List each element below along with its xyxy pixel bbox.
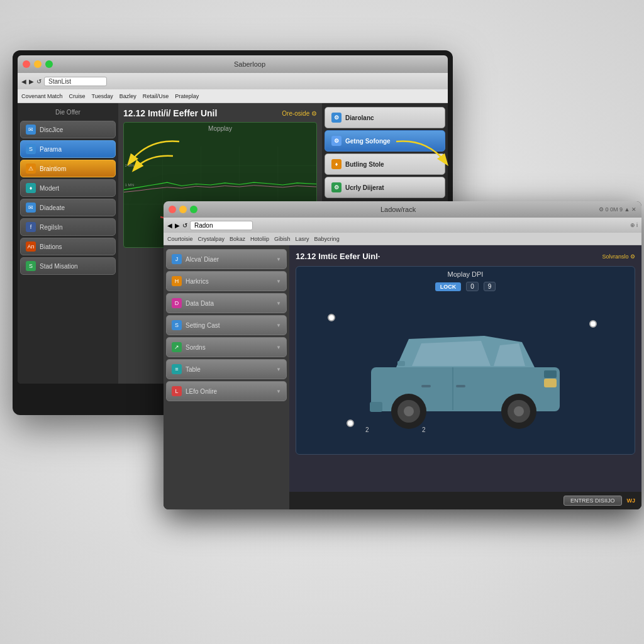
svg-rect-20 bbox=[421, 385, 431, 387]
lock-val2: 9 bbox=[484, 282, 496, 291]
display-title: Moplay DPI bbox=[296, 267, 635, 282]
back-menu-5[interactable]: Retail/Use bbox=[143, 93, 169, 99]
back-sidebar: Die Offer ✉ DiscJice S Parama ⚠ Braintio… bbox=[18, 103, 118, 384]
back-nav-fwd[interactable]: ▶ bbox=[29, 78, 34, 85]
diarolanc-label: Diarolanc bbox=[345, 114, 374, 121]
front-sidebar-table[interactable]: ≡ Table ▼ bbox=[166, 359, 287, 379]
sidebar-item-regiislln[interactable]: f RegiIsIn bbox=[20, 218, 116, 236]
svg-rect-17 bbox=[544, 379, 557, 387]
annotation-dot-2 bbox=[589, 320, 597, 328]
back-menu-3[interactable]: Tuesday bbox=[92, 93, 113, 99]
front-close-btn[interactable] bbox=[169, 206, 176, 213]
front-chrome: Ladow/rack ⚙ 0 0M 9 ▲ ✕ bbox=[164, 201, 641, 218]
svg-point-15 bbox=[514, 406, 524, 416]
lock-row: LOCK 0 9 bbox=[296, 282, 635, 291]
front-menu-4[interactable]: Hotoliip bbox=[250, 236, 269, 242]
annotation-num-1: 2 bbox=[365, 426, 369, 433]
back-menu-1[interactable]: Covenant Match bbox=[21, 93, 63, 99]
alcva-icon: J bbox=[172, 254, 182, 264]
front-menu-1[interactable]: Courtoisie bbox=[167, 236, 193, 242]
harkrics-chevron: ▼ bbox=[276, 279, 281, 284]
datadata-label: Data Data bbox=[186, 300, 214, 307]
back-max-btn[interactable] bbox=[45, 60, 53, 68]
back-min-btn[interactable] bbox=[34, 60, 42, 68]
back-menu-2[interactable]: Cruise bbox=[69, 93, 86, 99]
sidebar-item-diadeate[interactable]: ✉ Diadeate bbox=[20, 199, 116, 216]
biations-label: Biations bbox=[40, 243, 62, 250]
entres-button[interactable]: ENTRES DISIIJO bbox=[564, 496, 622, 506]
lock-badge: LOCK bbox=[435, 282, 462, 291]
back-address-bar[interactable]: StanList bbox=[44, 77, 107, 86]
back-menu-6[interactable]: Prateplay bbox=[175, 93, 199, 99]
front-address-bar[interactable]: Radon bbox=[190, 221, 253, 230]
parama-label: Parama bbox=[40, 146, 62, 153]
front-content: J Alcva' Diaer ▼ H Harkrics ▼ D Data Dat… bbox=[164, 245, 641, 509]
harkrics-label: Harkrics bbox=[186, 278, 209, 285]
sidebar-item-modert[interactable]: ♦ Modert bbox=[20, 179, 116, 197]
butling-label: Butling Stole bbox=[345, 161, 384, 168]
table-label: Table bbox=[186, 366, 201, 373]
bottom-brand: WJ bbox=[627, 497, 636, 504]
front-sidebar-alcva[interactable]: J Alcva' Diaer ▼ bbox=[166, 249, 287, 269]
back-menubar: Covenant Match Cruise Tuesday Bazley Ret… bbox=[18, 89, 448, 103]
back-menu-4[interactable]: Bazley bbox=[119, 93, 136, 99]
back-refresh[interactable]: ↺ bbox=[36, 78, 42, 85]
front-min-btn[interactable] bbox=[179, 206, 187, 213]
harkrics-icon: H bbox=[172, 276, 182, 286]
back-win-title: Saberloop bbox=[57, 60, 443, 68]
car-svg bbox=[358, 304, 572, 430]
back-toolbar: ◀ ▶ ↺ StanList bbox=[18, 73, 448, 89]
settingcast-label: Setting Cast bbox=[186, 322, 219, 329]
datadata-chevron: ▼ bbox=[276, 301, 281, 306]
front-nav-fwd[interactable]: ▶ bbox=[175, 222, 180, 229]
right-btn-diarolanc[interactable]: ⚙ Diarolanc bbox=[325, 107, 445, 128]
diadeate-label: Diadeate bbox=[40, 204, 65, 211]
front-max-btn[interactable] bbox=[190, 206, 197, 213]
sidebar-item-braintiom[interactable]: ⚠ Braintiom bbox=[20, 160, 116, 177]
stad-label: Stad Misation bbox=[40, 263, 78, 270]
annotation-num-2: 2 bbox=[422, 426, 426, 433]
back-nav-back[interactable]: ◀ bbox=[21, 78, 26, 85]
chart-label: Mopplay bbox=[124, 123, 316, 135]
lefo-icon: L bbox=[172, 386, 182, 396]
sordns-chevron: ▼ bbox=[276, 345, 281, 350]
table-chevron: ▼ bbox=[276, 367, 281, 372]
ucrly-label: Ucrly Diijerat bbox=[345, 184, 384, 191]
front-menu-5[interactable]: Gibish bbox=[274, 236, 291, 242]
parama-icon: S bbox=[26, 144, 36, 154]
front-toolbar-right: ⊕ i bbox=[630, 222, 638, 228]
front-menu-7[interactable]: Babycring bbox=[314, 236, 340, 242]
front-sidebar-datadata[interactable]: D Data Data ▼ bbox=[166, 293, 287, 313]
sidebar-item-discjice[interactable]: ✉ DiscJice bbox=[20, 121, 116, 138]
annotation-dot-3 bbox=[347, 419, 354, 427]
reflection bbox=[0, 531, 644, 644]
front-sidebar-sordns[interactable]: ↗ Sordns ▼ bbox=[166, 337, 287, 357]
svg-text:1 MN: 1 MN bbox=[125, 182, 135, 187]
back-win-chrome: Saberloop bbox=[18, 55, 448, 73]
sidebar-item-stad[interactable]: S Stad Misation bbox=[20, 257, 116, 275]
sordns-label: Sordns bbox=[186, 344, 206, 351]
front-main-title: 12.12 Imtic Eefer Uinl· bbox=[296, 252, 380, 261]
braintiom-icon: ⚠ bbox=[26, 164, 36, 174]
front-nav-back[interactable]: ◀ bbox=[167, 222, 172, 229]
diadeate-icon: ✉ bbox=[26, 203, 36, 213]
lock-val1: 0 bbox=[466, 282, 479, 291]
butling-icon: ♦ bbox=[331, 159, 341, 169]
sidebar-item-biations[interactable]: An Biations bbox=[20, 238, 116, 255]
right-btn-ucrly[interactable]: ⚙ Ucrly Diijerat bbox=[325, 177, 445, 198]
back-sidebar-title: Die Offer bbox=[20, 107, 116, 118]
settingcast-icon: S bbox=[172, 320, 182, 330]
front-menu-3[interactable]: Bokaz bbox=[230, 236, 245, 242]
front-menubar: Courtoisie Crystalpay Bokaz Hotoliip Gib… bbox=[164, 233, 641, 245]
front-sidebar-lefo[interactable]: L LEfo Onlire ▼ bbox=[166, 381, 287, 401]
front-menu-2[interactable]: Crystalpay bbox=[198, 236, 225, 242]
table-icon: ≡ bbox=[172, 364, 182, 374]
front-refresh[interactable]: ↺ bbox=[182, 222, 187, 229]
front-sidebar-harkrics[interactable]: H Harkrics ▼ bbox=[166, 271, 287, 291]
discjice-icon: ✉ bbox=[26, 125, 36, 135]
front-menu-6[interactable]: Lasry bbox=[296, 236, 309, 242]
front-sidebar-setting-cast[interactable]: S Setting Cast ▼ bbox=[166, 315, 287, 335]
sidebar-item-parama[interactable]: S Parama bbox=[20, 140, 116, 158]
modert-icon: ♦ bbox=[26, 183, 36, 193]
back-close-btn[interactable] bbox=[23, 60, 30, 68]
